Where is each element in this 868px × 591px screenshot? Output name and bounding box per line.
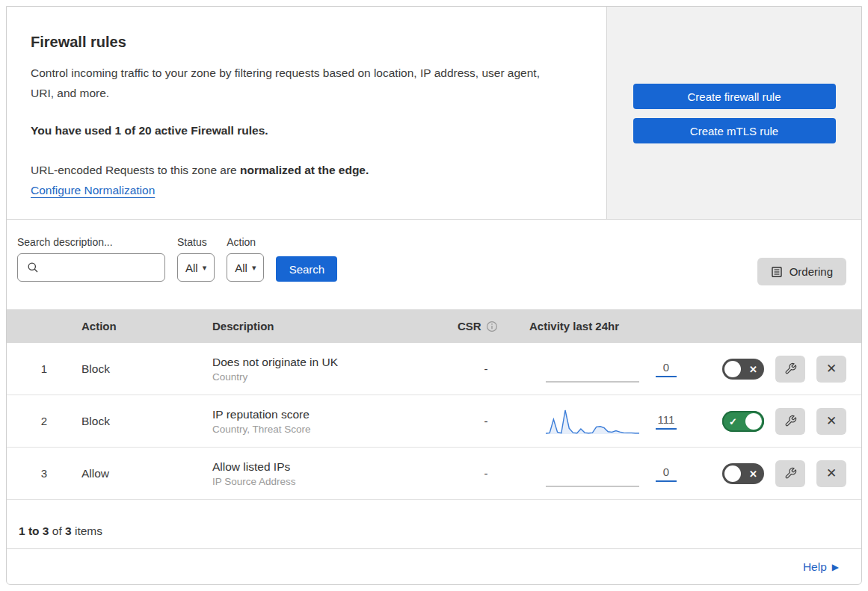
rule-toggle[interactable]: ✓ ✕ xyxy=(722,411,764,432)
filter-bar: Search description... Status All ▾ Actio… xyxy=(7,220,861,309)
csr-column-header: CSR xyxy=(452,320,520,332)
action-label: Action xyxy=(227,236,264,248)
action-column-header: Action xyxy=(81,320,212,332)
delete-rule-button[interactable]: ✕ xyxy=(816,460,846,487)
rule-action: Block xyxy=(81,415,212,428)
action-filter-group: Action All ▾ xyxy=(227,236,264,282)
summary-total: 3 xyxy=(65,525,72,538)
search-filter-group: Search description... xyxy=(17,236,165,282)
summary-range: 1 to 3 xyxy=(19,525,49,538)
ordering-button[interactable]: Ordering xyxy=(757,258,846,285)
help-link[interactable]: Help ▶ xyxy=(803,560,839,574)
action-select[interactable]: All ▾ xyxy=(227,253,264,282)
chevron-down-icon: ▾ xyxy=(252,264,256,272)
delete-rule-button[interactable]: ✕ xyxy=(816,356,846,383)
edit-rule-button[interactable] xyxy=(775,408,805,435)
help-bar: Help ▶ xyxy=(7,549,861,584)
activity-sparkline xyxy=(546,354,639,384)
arrow-right-icon: ▶ xyxy=(832,562,839,572)
table-row: 3 Allow Allow listed IPs IP Source Addre… xyxy=(7,448,861,500)
rule-description: Allow listed IPs xyxy=(212,460,452,474)
wrench-icon xyxy=(784,415,797,427)
activity-sparkline xyxy=(546,406,639,436)
rule-action: Block xyxy=(81,362,212,376)
create-firewall-rule-button[interactable]: Create firewall rule xyxy=(633,84,836,109)
header-intro: Firewall rules Control incoming traffic … xyxy=(7,7,607,219)
rule-csr-value: - xyxy=(452,467,520,480)
table-row: 2 Block IP reputation score Country, Thr… xyxy=(7,395,861,448)
toggle-knob xyxy=(745,413,762,430)
rule-description: Does not originate in UK xyxy=(212,356,452,369)
status-filter-group: Status All ▾ xyxy=(177,236,215,282)
usage-note: You have used 1 of 20 active Firewall ru… xyxy=(31,124,576,137)
activity-count-link[interactable]: 111 xyxy=(656,413,677,430)
rules-table: Action Description CSR Activity last 24h… xyxy=(7,309,861,500)
check-icon: ✓ xyxy=(729,416,737,426)
x-icon: ✕ xyxy=(749,364,757,374)
wrench-icon xyxy=(784,362,797,375)
table-summary: 1 to 3 of 3 items xyxy=(7,500,861,549)
activity-sparkline xyxy=(546,459,639,489)
summary-of: of xyxy=(49,525,65,538)
help-link-label: Help xyxy=(803,560,827,574)
toggle-knob xyxy=(724,361,741,377)
search-label: Search description... xyxy=(17,236,165,248)
rule-criteria: Country xyxy=(212,371,452,383)
normalization-bold-text: normalized at the edge. xyxy=(240,164,369,176)
info-icon[interactable] xyxy=(486,321,498,332)
rule-action: Allow xyxy=(81,467,212,480)
wrench-icon xyxy=(784,467,797,480)
edit-rule-button[interactable] xyxy=(775,356,805,383)
rule-toggle[interactable]: ✓ ✕ xyxy=(722,359,764,380)
status-selected-value: All xyxy=(185,262,198,274)
ordering-button-label: Ordering xyxy=(789,265,833,278)
normalization-text: URL-encoded Requests to this zone are xyxy=(31,164,240,176)
search-input[interactable] xyxy=(45,262,164,274)
rule-csr-value: - xyxy=(452,415,520,427)
rule-description: IP reputation score xyxy=(212,408,452,421)
table-header-row: Action Description CSR Activity last 24h… xyxy=(7,309,861,343)
activity-count-link[interactable]: 0 xyxy=(656,465,677,482)
edit-rule-button[interactable] xyxy=(775,460,805,487)
ordering-list-icon xyxy=(771,266,783,278)
action-selected-value: All xyxy=(235,262,247,274)
rule-priority: 2 xyxy=(7,415,81,427)
rule-priority: 1 xyxy=(7,362,81,375)
page-title: Firewall rules xyxy=(31,34,576,51)
firewall-rules-page: Firewall rules Control incoming traffic … xyxy=(6,6,862,585)
rule-toggle[interactable]: ✓ ✕ xyxy=(722,463,764,484)
rule-csr-value: - xyxy=(452,362,520,375)
header-actions-panel: Create firewall rule Create mTLS rule xyxy=(607,7,861,219)
toggle-knob xyxy=(724,465,741,482)
activity-count-link[interactable]: 0 xyxy=(656,361,677,377)
status-select[interactable]: All ▾ xyxy=(177,253,215,282)
description-column-header: Description xyxy=(212,320,452,332)
search-button[interactable]: Search xyxy=(276,256,337,282)
delete-rule-button[interactable]: ✕ xyxy=(816,408,846,435)
summary-items: items xyxy=(72,525,102,538)
normalization-note: URL-encoded Requests to this zone are no… xyxy=(31,164,576,177)
create-mtls-rule-button[interactable]: Create mTLS rule xyxy=(633,118,836,143)
table-row: 1 Block Does not originate in UK Country… xyxy=(7,343,861,395)
close-icon: ✕ xyxy=(826,465,837,481)
configure-normalization-link[interactable]: Configure Normalization xyxy=(31,184,155,197)
page-description: Control incoming traffic to your zone by… xyxy=(31,64,563,103)
activity-column-header: Activity last 24hr xyxy=(520,320,681,332)
chevron-down-icon: ▾ xyxy=(203,264,207,272)
rule-criteria: Country, Threat Score xyxy=(212,424,452,435)
search-icon xyxy=(27,262,39,273)
rule-priority: 3 xyxy=(7,467,81,480)
close-icon: ✕ xyxy=(826,413,837,429)
close-icon: ✕ xyxy=(826,361,837,377)
rule-criteria: IP Source Address xyxy=(212,476,452,487)
header-section: Firewall rules Control incoming traffic … xyxy=(7,7,861,220)
status-label: Status xyxy=(177,236,215,248)
x-icon: ✕ xyxy=(749,468,757,478)
search-input-wrapper xyxy=(17,253,165,282)
